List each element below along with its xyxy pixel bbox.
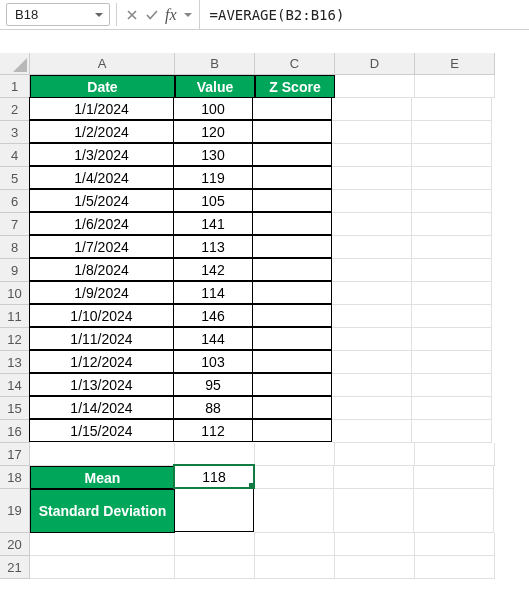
check-icon[interactable]	[145, 8, 159, 22]
cell[interactable]	[332, 121, 412, 144]
cell[interactable]	[412, 121, 492, 144]
cell[interactable]: 1/5/2024	[29, 189, 174, 212]
cell[interactable]	[252, 97, 332, 120]
cell[interactable]	[415, 556, 495, 579]
cell[interactable]	[412, 305, 492, 328]
cell[interactable]: 1/12/2024	[29, 350, 174, 373]
cell[interactable]	[332, 397, 412, 420]
cell[interactable]	[412, 282, 492, 305]
cell[interactable]	[412, 190, 492, 213]
cell[interactable]: Value	[175, 75, 255, 98]
cell[interactable]	[332, 213, 412, 236]
chevron-down-icon[interactable]	[93, 9, 105, 21]
cell[interactable]	[175, 443, 255, 466]
cell[interactable]	[332, 282, 412, 305]
cell[interactable]	[415, 75, 495, 98]
cell[interactable]	[335, 533, 415, 556]
row-header-3[interactable]: 3	[0, 121, 30, 144]
column-header-e[interactable]: E	[415, 53, 495, 75]
column-header-a[interactable]: A	[30, 53, 175, 75]
cell[interactable]	[332, 305, 412, 328]
cell[interactable]	[332, 236, 412, 259]
cell[interactable]	[412, 167, 492, 190]
row-header-15[interactable]: 15	[0, 397, 30, 420]
cell[interactable]	[332, 374, 412, 397]
cell[interactable]	[412, 259, 492, 282]
cell[interactable]: 130	[173, 143, 253, 166]
row-header-16[interactable]: 16	[0, 420, 30, 443]
row-header-12[interactable]: 12	[0, 328, 30, 351]
cell[interactable]	[252, 189, 332, 212]
cell[interactable]	[332, 259, 412, 282]
cell[interactable]	[252, 235, 332, 258]
cell[interactable]	[252, 396, 332, 419]
row-header-5[interactable]: 5	[0, 167, 30, 190]
cell[interactable]: 146	[173, 304, 253, 327]
cell[interactable]	[30, 443, 175, 466]
cell[interactable]: 1/9/2024	[29, 281, 174, 304]
cell[interactable]: 114	[173, 281, 253, 304]
cell[interactable]	[175, 556, 255, 579]
cell[interactable]	[334, 466, 414, 489]
cell[interactable]	[332, 144, 412, 167]
cell[interactable]	[335, 75, 415, 98]
cell[interactable]: 1/6/2024	[29, 212, 174, 235]
cell[interactable]	[412, 328, 492, 351]
column-header-b[interactable]: B	[175, 53, 255, 75]
cell[interactable]	[252, 281, 332, 304]
row-header-2[interactable]: 2	[0, 98, 30, 121]
cell[interactable]	[252, 258, 332, 281]
cell[interactable]	[412, 213, 492, 236]
column-header-c[interactable]: C	[255, 53, 335, 75]
cell[interactable]: 141	[173, 212, 253, 235]
cell[interactable]	[415, 533, 495, 556]
cell[interactable]	[255, 443, 335, 466]
row-header-20[interactable]: 20	[0, 533, 30, 556]
cell[interactable]	[332, 351, 412, 374]
cell[interactable]	[412, 351, 492, 374]
cell[interactable]: 1/3/2024	[29, 143, 174, 166]
cell[interactable]	[174, 488, 254, 532]
row-header-1[interactable]: 1	[0, 75, 30, 98]
row-header-19[interactable]: 19	[0, 489, 30, 533]
cell[interactable]	[332, 167, 412, 190]
row-header-14[interactable]: 14	[0, 374, 30, 397]
cell[interactable]	[175, 533, 255, 556]
cell[interactable]: 1/7/2024	[29, 235, 174, 258]
cell[interactable]: 142	[173, 258, 253, 281]
cell[interactable]: 105	[173, 189, 253, 212]
cell[interactable]	[252, 373, 332, 396]
row-header-21[interactable]: 21	[0, 556, 30, 579]
cell[interactable]	[335, 556, 415, 579]
row-header-13[interactable]: 13	[0, 351, 30, 374]
cell[interactable]	[412, 420, 492, 443]
cell[interactable]	[255, 556, 335, 579]
cell[interactable]: 1/4/2024	[29, 166, 174, 189]
row-header-9[interactable]: 9	[0, 259, 30, 282]
cell[interactable]: 100	[173, 97, 253, 120]
cell[interactable]	[254, 489, 334, 533]
selected-cell[interactable]: 118	[174, 465, 254, 488]
cell[interactable]: Standard Deviation	[30, 489, 175, 533]
cell[interactable]	[412, 236, 492, 259]
row-header-6[interactable]: 6	[0, 190, 30, 213]
formula-input[interactable]: =AVERAGE(B2:B16)	[199, 0, 529, 29]
cell[interactable]	[332, 328, 412, 351]
cell[interactable]: 1/10/2024	[29, 304, 174, 327]
cell[interactable]: 1/14/2024	[29, 396, 174, 419]
cell[interactable]	[332, 98, 412, 121]
cell[interactable]: 144	[173, 327, 253, 350]
cell[interactable]: 1/2/2024	[29, 120, 174, 143]
row-header-8[interactable]: 8	[0, 236, 30, 259]
name-box[interactable]: B18	[6, 3, 110, 26]
cell[interactable]	[252, 350, 332, 373]
cell[interactable]	[252, 120, 332, 143]
cell[interactable]	[252, 419, 332, 442]
cell[interactable]: 112	[173, 419, 253, 442]
cancel-icon[interactable]	[125, 8, 139, 22]
cell[interactable]: Mean	[30, 466, 175, 489]
cell[interactable]	[334, 489, 414, 533]
cell[interactable]	[255, 533, 335, 556]
cell[interactable]: 120	[173, 120, 253, 143]
cell[interactable]	[335, 443, 415, 466]
